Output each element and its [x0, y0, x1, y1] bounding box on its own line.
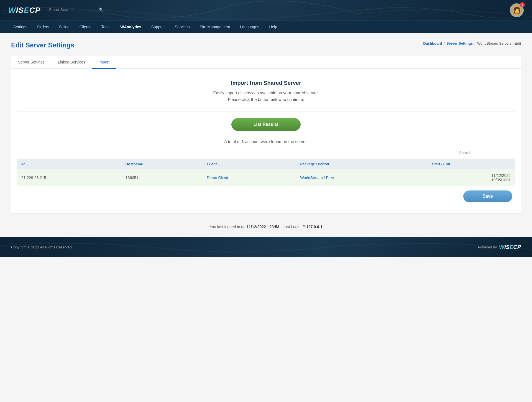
- tabs-header: Server Settings Linked Services Import: [11, 56, 521, 69]
- cell-ip: 91.229.23.215: [17, 169, 121, 186]
- nav-item-help[interactable]: Help: [264, 21, 282, 33]
- footer-copyright: Copyright © 2022 All Rights Reserved.: [11, 245, 73, 249]
- import-title: Import from Shared Server: [17, 80, 515, 86]
- search-input[interactable]: [49, 7, 99, 12]
- breadcrumb-server-settings[interactable]: Server Settings: [446, 41, 473, 45]
- nav-item-languages[interactable]: Languages: [235, 21, 264, 33]
- search-icon[interactable]: 🔍: [99, 7, 104, 12]
- divider: [17, 111, 515, 111]
- save-wrap: Save: [17, 190, 515, 202]
- table-row: 91.229.23.215 136051 Demo Client WorldSt…: [17, 169, 515, 186]
- footer-logo: WISECP: [499, 244, 521, 250]
- breadcrumb: Dashboard / Server Settings / WorldStrea…: [423, 41, 521, 45]
- col-ip: IP: [17, 159, 121, 169]
- footer: Copyright © 2022 All Rights Reserved. Po…: [0, 237, 532, 257]
- tab-linked-services[interactable]: Linked Services: [51, 56, 92, 69]
- table-search-wrap: [17, 149, 515, 156]
- col-package: Package / Period: [296, 159, 428, 169]
- nav-item-site-management[interactable]: Site Management: [195, 21, 235, 33]
- nav-item-settings[interactable]: Settings: [8, 21, 32, 33]
- last-login: You last logged in on 11/12/2022 - 20:53…: [11, 225, 521, 229]
- import-header: Import from Shared Server Easily import …: [17, 80, 515, 103]
- nav-item-orders[interactable]: Orders: [32, 21, 54, 33]
- breadcrumb-dashboard[interactable]: Dashboard: [423, 41, 442, 45]
- header: WISECP 🔍 👩 1 Settings Orders Billing Cli…: [0, 0, 532, 33]
- nav-item-support[interactable]: Support: [146, 21, 170, 33]
- breadcrumb-current: WorldStream Servers - Edit: [477, 41, 521, 45]
- cell-client[interactable]: Demo Client: [202, 169, 296, 186]
- breadcrumb-sep-2: /: [474, 41, 475, 45]
- nav-item-services[interactable]: Services: [170, 21, 195, 33]
- cell-start-end: 11/12/202219/05/1881: [428, 169, 515, 186]
- notification-badge: 1: [520, 2, 525, 7]
- cell-package[interactable]: WorldStream / Free: [296, 169, 428, 186]
- table-search-input[interactable]: [457, 149, 512, 156]
- search-bar[interactable]: 🔍: [49, 7, 110, 13]
- header-right: 👩 1: [510, 3, 524, 17]
- main-nav: Settings Orders Billing Clients Tools WA…: [0, 21, 532, 33]
- tab-content-import: Import from Shared Server Easily import …: [11, 69, 521, 213]
- nav-item-wanalytics[interactable]: WAnalytics: [115, 21, 146, 33]
- data-table: IP Hostname Client Package / Period Star…: [17, 159, 515, 186]
- nav-item-clients[interactable]: Clients: [75, 21, 96, 33]
- tabs-container: Server Settings Linked Services Import I…: [11, 56, 521, 213]
- tab-server-settings[interactable]: Server Settings: [11, 56, 51, 69]
- tab-import[interactable]: Import: [92, 56, 116, 69]
- avatar-wrap[interactable]: 👩 1: [510, 3, 524, 17]
- powered-by: Powered by WISECP: [478, 244, 521, 250]
- result-count: A total of 1 account were found on the s…: [17, 139, 515, 144]
- nav-item-billing[interactable]: Billing: [54, 21, 74, 33]
- page-header: Edit Server Settings Dashboard / Server …: [11, 41, 521, 49]
- breadcrumb-sep-1: /: [444, 41, 445, 45]
- nav-item-tools[interactable]: Tools: [96, 21, 116, 33]
- col-start-end: Start / End: [428, 159, 515, 169]
- main-content: Edit Server Settings Dashboard / Server …: [0, 33, 532, 237]
- col-hostname: Hostname: [121, 159, 202, 169]
- import-desc: Easily import all services available on …: [17, 90, 515, 103]
- page-title: Edit Server Settings: [11, 41, 74, 49]
- list-results-button[interactable]: List Results: [231, 118, 301, 131]
- col-client: Client: [202, 159, 296, 169]
- cell-hostname: 136051: [121, 169, 202, 186]
- save-button[interactable]: Save: [463, 190, 512, 202]
- table-header-row: IP Hostname Client Package / Period Star…: [17, 159, 515, 169]
- logo: WISECP: [8, 6, 41, 15]
